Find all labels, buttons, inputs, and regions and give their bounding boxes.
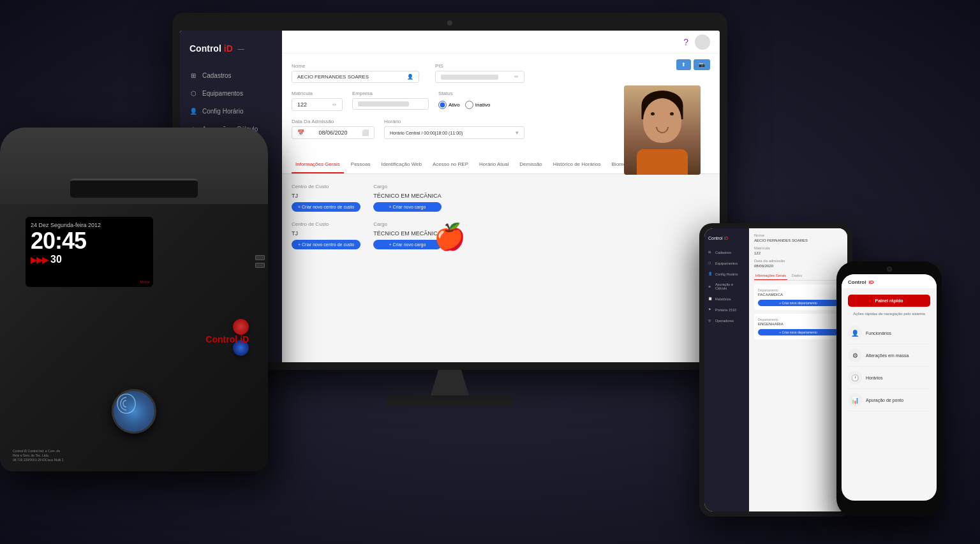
ativo-radio[interactable]: Ativo — [438, 101, 460, 109]
edit-icon: ✏ — [332, 102, 337, 108]
phone-item-apuracao[interactable]: 📊 Apuração de ponto — [848, 389, 930, 411]
tablet-tabs: Informações Gerais Dados — [754, 272, 842, 281]
photo-controls: ⬆ 📷 — [676, 59, 710, 70]
photo-person — [624, 85, 701, 175]
phone-content: Painel rápido Ações rápidas de navegação… — [842, 288, 937, 418]
name-icon: 👤 — [407, 74, 413, 80]
tablet-menu-portaria[interactable]: ⚑ Portaria 1510 — [704, 304, 749, 315]
tablet-nome-label: Nome — [754, 233, 842, 237]
tablet-tab-dados[interactable]: Dados — [791, 272, 803, 280]
tablet-tab-info[interactable]: Informações Gerais — [754, 272, 787, 280]
tab-demissao[interactable]: Demissão — [516, 156, 546, 173]
tablet-cadastros-icon: ⊞ — [708, 250, 713, 254]
tab-historico[interactable]: Histórico de Horários — [549, 156, 605, 173]
name-pis-row: Nome AECIO FERNANDES SOARES 👤 PIS ✏ — [292, 63, 710, 83]
tablet-menu-label: Apuração e Cálculo — [715, 283, 745, 290]
camera-btn[interactable]: 📷 — [694, 59, 710, 70]
tablet-menu-label: Cadastros — [715, 251, 731, 254]
painel-card[interactable]: Painel rápido — [848, 295, 930, 307]
tab-horario[interactable]: Horário Atual — [475, 156, 512, 173]
tablet-menu-label: Relatórios — [715, 297, 731, 301]
time-clock-device: 24 Dez Segunda-feira 2012 20:45 ▶▶▶ 30 M… — [0, 128, 306, 497]
status-options: Ativo Inativo — [438, 101, 490, 109]
monitor-camera — [447, 20, 452, 26]
inativo-radio[interactable]: Inativo — [465, 101, 491, 109]
tablet-body: Control iD ⊞ Cadastros ⬡ Equipamentos 👤 … — [699, 223, 852, 517]
pis-input[interactable]: ✏ — [435, 71, 524, 83]
tablet-menu-apuracao[interactable]: ⊕ Apuração e Cálculo — [704, 279, 749, 293]
motor-label: Motor — [140, 280, 150, 284]
tablet-dept-section-1: Departamento FACAAMDICA + Criar novo dep… — [754, 284, 842, 310]
dropdown-icon: ▾ — [516, 129, 519, 136]
tab-identificacao[interactable]: Identificação Web — [378, 156, 426, 173]
tablet-menu-cadastros[interactable]: ⊞ Cadastros — [704, 247, 749, 258]
phone-item-horarios[interactable]: 🕐 Horários — [848, 367, 930, 389]
help-icon[interactable]: ? — [683, 37, 688, 47]
logo-control-text: Control — [189, 43, 221, 54]
tablet-dept-value-1: FACAAMDICA — [758, 293, 838, 297]
tablet-screen: Control iD ⊞ Cadastros ⬡ Equipamentos 👤 … — [704, 228, 847, 511]
tablet-portaria-icon: ⚑ — [708, 307, 713, 312]
fingerprint-reader[interactable] — [112, 389, 156, 434]
monitor-stand — [431, 370, 469, 395]
clock-brand-id: iD — [240, 334, 249, 344]
cargo-value: TÉCNICO EM MECÂNICA — [373, 193, 442, 199]
cargo-1: Cargo TÉCNICO EM MECÂNICA + Criar novo c… — [373, 184, 442, 212]
phone-item-alteracoes[interactable]: ⚙ Alterações em massa — [848, 344, 930, 367]
tablet-new-dept-btn-1[interactable]: + Criar novo departamento — [758, 300, 838, 306]
clock-body: 24 Dez Segunda-feira 2012 20:45 ▶▶▶ 30 M… — [0, 128, 268, 472]
tablet-menu-label: Operadores — [715, 319, 734, 323]
name-input[interactable]: AECIO FERNANDES SOARES 👤 — [292, 71, 419, 83]
alteracoes-icon: ⚙ — [848, 348, 862, 362]
new-cargo-btn[interactable]: + Criar novo cargo — [373, 202, 442, 212]
empresa-label: Empresa — [352, 91, 429, 96]
tablet-dept-label-1: Departamento — [758, 288, 838, 292]
clock-arrows: ▶▶▶ — [31, 254, 48, 265]
horario-value: Horário Central / 00:00|18:00 (11:00) — [390, 131, 463, 135]
user-avatar[interactable] — [695, 34, 710, 50]
usb-slots — [255, 255, 268, 268]
upload-photo-btn[interactable]: ⬆ — [676, 59, 691, 70]
name-group: Nome AECIO FERNANDES SOARES 👤 — [292, 63, 419, 83]
painel-subtitle: Ações rápidas de navegação pelo sistema — [848, 312, 930, 316]
sidebar-item-label: Equipamentos — [202, 90, 243, 97]
tab-pessoas[interactable]: Pessoas — [347, 156, 375, 173]
empresa-group: Empresa — [352, 91, 429, 110]
tablet-menu-relatorios[interactable]: 📋 Relatórios — [704, 293, 749, 304]
tablet-menu-config[interactable]: 👤 Config Horário — [704, 268, 749, 279]
status-group: Status Ativo Inativo — [438, 91, 490, 109]
cost-row-1: Centro de Custo TJ + Criar novo centro d… — [292, 184, 710, 212]
clock-red-button[interactable] — [233, 319, 249, 335]
right-eye — [670, 112, 674, 115]
phone-item-funcionarios[interactable]: 👤 Funcionários — [848, 322, 930, 344]
tablet-relatorios-icon: 📋 — [708, 297, 713, 301]
tablet-logo: Control iD — [704, 233, 749, 247]
empresa-input[interactable] — [352, 98, 429, 110]
pis-group: PIS ✏ — [435, 63, 524, 83]
phone-logo-control: Control — [848, 279, 866, 285]
sidebar-logo: Control iD — — [180, 40, 282, 66]
new-cargo-btn-2[interactable]: + Criar novo cargo — [373, 240, 442, 249]
phone-camera — [887, 267, 892, 272]
paper-slot — [70, 179, 198, 198]
edit-icon: ✏ — [514, 74, 519, 80]
funcionarios-icon: 👤 — [848, 326, 862, 340]
horario-input[interactable]: Horário Central / 00:00|18:00 (11:00) ▾ — [384, 126, 524, 139]
sidebar-item-equipamentos[interactable]: ⬡ Equipamentos — [180, 84, 282, 102]
phone-screen: Control iD Painel rápido Ações rápidas d… — [842, 274, 937, 501]
tablet-new-dept-btn-2[interactable]: + Criar novo departamento — [758, 329, 838, 335]
sidebar-item-cadastros[interactable]: ⊞ Cadastros — [180, 66, 282, 84]
upload-icon: ⬆ — [681, 62, 686, 68]
tab-acesso-rep[interactable]: Acesso no REP — [429, 156, 472, 173]
tablet-menu-operadores[interactable]: ◎ Operadores — [704, 315, 749, 326]
sidebar-item-config-horario[interactable]: 👤 Config Horário — [180, 102, 282, 120]
cadastros-icon: ⊞ — [189, 71, 197, 79]
name-value: AECIO FERNANDES SOARES — [297, 74, 369, 80]
name-label: Nome — [292, 63, 419, 69]
matricula-input[interactable]: 122 ✏ — [292, 98, 343, 111]
phone-header: Control iD — [842, 274, 937, 288]
tablet-device: Control iD ⊞ Cadastros ⬡ Equipamentos 👤 … — [699, 223, 852, 517]
tablet-equipamentos-icon: ⬡ — [708, 261, 713, 265]
tablet-menu-equipamentos[interactable]: ⬡ Equipamentos — [704, 258, 749, 268]
status-label: Status — [438, 91, 490, 96]
